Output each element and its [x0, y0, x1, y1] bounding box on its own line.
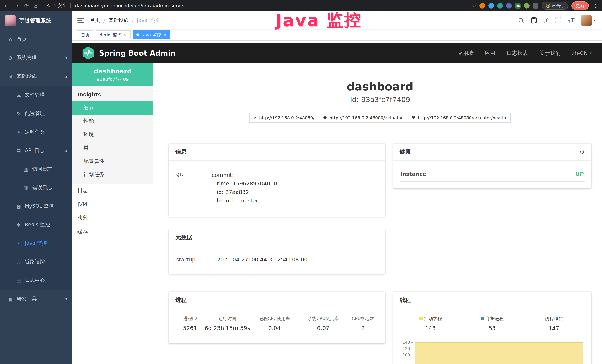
instance-header[interactable]: dashboard 93a3fc7f7409 [72, 63, 153, 86]
paused-badge[interactable]: ☺ 已暂停 [542, 2, 568, 10]
help-icon[interactable]: ? [544, 18, 549, 23]
health-url-text: http://192.168.0.2:48080/actuator/health [418, 115, 506, 120]
locale-label: zh-CN [572, 50, 588, 56]
tab-home[interactable]: 首页 [77, 30, 93, 39]
instance-subtitle: Id: 93a3fc7f7409 [169, 95, 591, 104]
chevron-down-icon: ▾ [594, 19, 595, 22]
close-icon[interactable]: × [163, 33, 166, 37]
extension-icon-5[interactable] [524, 3, 530, 9]
health-url-link[interactable]: ♥ http://192.168.0.2:48080/actuator/heal… [407, 113, 510, 123]
sidebar-item-api-logs[interactable]: ▤ API 日志 ▴ [0, 141, 72, 160]
sidebar-item-java-monitor[interactable]: ⊡ Java 监控 [0, 234, 72, 253]
not-secure-label: 不安全 [53, 3, 66, 9]
cards-grid: 信息 git commit: time: 1596289704000 id: 2… [169, 143, 591, 364]
metric-system-cpu: 系统CPU使用率 0.07 [299, 316, 348, 332]
font-size-icon[interactable]: T T [568, 18, 575, 23]
extension-icon-on-badge[interactable]: on [515, 3, 521, 9]
fullscreen-icon[interactable] [556, 17, 562, 23]
metadata-card: 元数据 startup 2021-04-27T00:44:31.254+08:0… [169, 229, 385, 274]
trace-icon: ◎ [16, 259, 22, 265]
address-bar[interactable]: ⚠ 不安全 dashboard.yudao.iocoder.cn/infra/a… [46, 3, 472, 9]
y-tick: 120 [402, 346, 413, 351]
extension-icon-4[interactable] [506, 3, 512, 9]
service-url-link[interactable]: ⌂ http://192.168.0.2:48080/ [249, 113, 319, 123]
sidebar-item-config-management[interactable]: ✎ 配置管理 [0, 104, 72, 123]
github-icon[interactable] [531, 17, 538, 24]
git-branch-line: branch: master [212, 197, 378, 205]
collapse-sidebar-icon[interactable] [77, 18, 84, 23]
sba-item-performance[interactable]: 性能 [72, 115, 153, 128]
sidebar-item-file-management[interactable]: ☁ 文件管理 [0, 86, 72, 104]
sidebar-item-tracing[interactable]: ◎ 链路追踪 [0, 253, 72, 271]
sidebar-item-mysql-monitor[interactable]: ▦ MySQL 监控 [0, 197, 72, 215]
sidebar-item-redis-monitor[interactable]: ❖ Redis 监控 [0, 215, 72, 234]
sidebar-item-access-logs[interactable]: ▥ 访问日志 [0, 160, 72, 178]
sidebar-item-log-center[interactable]: ▤ 日志中心 [0, 271, 72, 290]
legend-swatch-blue [481, 317, 484, 321]
update-button[interactable]: 更新 [571, 1, 589, 10]
metadata-row-startup: startup 2021-04-27T00:44:31.254+08:00 [175, 251, 378, 268]
sba-item-logs[interactable]: 日志 [72, 183, 153, 198]
bookmark-star-icon[interactable]: ☆ [472, 3, 476, 8]
extension-icon-3[interactable] [497, 3, 503, 9]
threads-legend: 活动线程 143 守护进程 [399, 310, 585, 332]
breadcrumb-item-home[interactable]: 首页 [90, 17, 100, 24]
extension-puzzle-icon[interactable] [533, 3, 538, 9]
chevron-down-icon: ▾ [65, 56, 67, 60]
chevron-up-icon: ▴ [65, 75, 67, 78]
app-logo[interactable]: 芋道管理系统 [0, 11, 72, 30]
sidebar-item-dev-tools[interactable]: ▣ 研发工具 ▾ [0, 290, 72, 308]
spring-boot-admin-logo [82, 46, 95, 60]
file-management-icon: ☁ [16, 92, 22, 98]
sidebar-item-system-management[interactable]: ⚙ 系统管理 ▾ [0, 49, 72, 67]
browser-home-icon[interactable]: ⌂ [34, 3, 37, 8]
sba-brand-title[interactable]: Spring Boot Admin [99, 49, 176, 57]
user-menu[interactable]: ▾ [581, 15, 595, 26]
sidebar-item-scheduled-tasks[interactable]: ◷ 定时任务 [0, 123, 72, 141]
sba-nav-about[interactable]: 关于我们 [539, 50, 561, 57]
tab-java-monitor[interactable]: Java 监控 × [133, 30, 170, 39]
breadcrumb-separator: / [103, 17, 105, 23]
sba-item-environment[interactable]: 环境 [72, 128, 153, 141]
sba-item-scheduled-tasks[interactable]: 计划任务 [72, 168, 153, 181]
sba-item-jvm[interactable]: JVM [72, 198, 153, 211]
tab-label: Redis 监控 [99, 32, 122, 38]
extension-icon-1[interactable] [480, 3, 485, 9]
sba-item-classes[interactable]: 类 [72, 141, 153, 155]
forward-icon[interactable]: → [14, 3, 19, 8]
user-avatar [581, 15, 592, 26]
browser-chrome: ← → ⟳ ⌂ ⚠ 不安全 dashboard.yudao.iocoder.cn… [0, 0, 602, 11]
reload-icon[interactable]: ⟳ [24, 3, 29, 8]
sidebar-item-error-logs[interactable]: ▥ 错误日志 [0, 178, 72, 197]
browser-menu-icon[interactable]: ⋮ [593, 3, 598, 8]
back-icon[interactable]: ← [4, 3, 9, 8]
sba-nav-journal[interactable]: 日志报表 [506, 50, 528, 57]
sidebar-item-home[interactable]: ⌂ 首页 [0, 30, 72, 49]
tab-redis-monitor[interactable]: Redis 监控 × [96, 30, 131, 39]
process-metrics: 进程ID 5261 运行时间 6d 23h 15m 59s 进程CPU使用率 [175, 310, 378, 337]
history-icon[interactable]: ↺ [580, 149, 585, 155]
url-text: dashboard.yudao.iocoder.cn/infra/admin-s… [75, 3, 185, 9]
active-threads-area [414, 342, 582, 364]
actuator-url-link[interactable]: ⚒ http://192.168.0.2:48080/actuator [319, 113, 407, 123]
chevron-up-icon: ▴ [65, 149, 67, 152]
api-log-icon: ▤ [16, 148, 22, 153]
locale-selector[interactable]: zh-CN ▾ [572, 50, 592, 56]
tab-label: Java 监控 [141, 32, 161, 38]
sba-nav-applications[interactable]: 应用 [485, 50, 495, 57]
sba-item-caches[interactable]: 缓存 [72, 225, 153, 239]
card-title: 进程 [175, 297, 186, 304]
extension-icon-2[interactable] [489, 3, 494, 9]
sba-nav-wallboard[interactable]: 应用墙 [457, 50, 473, 57]
health-status-badge: UP [575, 171, 584, 177]
sba-item-config-properties[interactable]: 配置属性 [72, 155, 153, 168]
sba-item-mappings[interactable]: 映射 [72, 211, 153, 225]
search-icon[interactable] [518, 17, 525, 23]
metric-cpu-cores: CPU核心数 2 [348, 316, 379, 332]
legend-swatch-yellow [419, 317, 423, 321]
breadcrumb-item-infrastructure[interactable]: 基础设施 [108, 17, 129, 24]
close-icon[interactable]: × [123, 33, 127, 37]
metric-uptime: 运行时间 6d 23h 15m 59s [205, 316, 250, 332]
sba-item-details[interactable]: 细节 [72, 101, 153, 115]
sidebar-item-infrastructure[interactable]: ⊞ 基础设施 ▴ [0, 67, 72, 86]
